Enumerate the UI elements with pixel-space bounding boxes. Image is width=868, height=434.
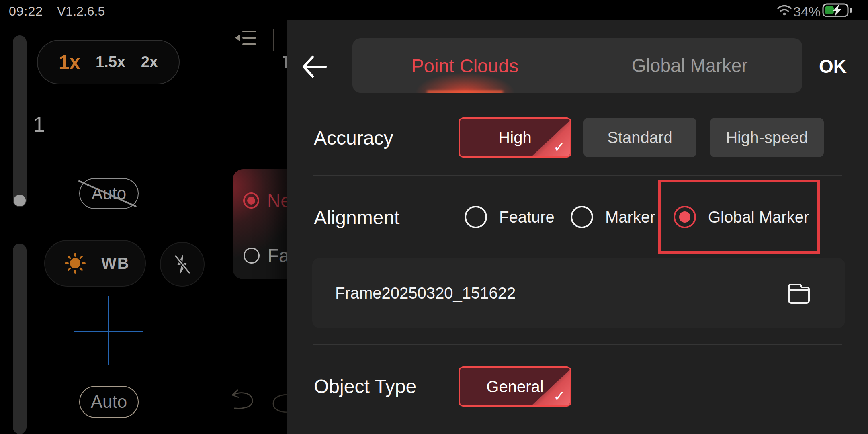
exposure-slider-thumb[interactable] [14, 195, 26, 206]
back-button[interactable] [301, 54, 328, 80]
firmware-version: V1.2.6.5 [57, 4, 105, 19]
global-marker-file-name: Frame20250320_151622 [335, 258, 516, 328]
zoom-option-1-5x[interactable]: 1.5x [96, 53, 125, 71]
tab-global-marker[interactable]: Global Marker [577, 38, 802, 93]
tab-global-marker-label: Global Marker [632, 55, 748, 76]
white-balance-label: WB [101, 254, 130, 272]
section-divider [313, 428, 842, 428]
check-icon: ✓ [553, 388, 565, 405]
section-divider [313, 175, 842, 176]
accuracy-option-standard[interactable]: Standard [583, 118, 696, 157]
exposure-slider[interactable] [13, 35, 27, 207]
zoom-selector: 1x 1.5x 2x [37, 40, 180, 84]
accuracy-label: Accuracy [314, 127, 393, 149]
accuracy-option-high[interactable]: High ✓ [459, 117, 571, 158]
radio-unselected-icon [244, 248, 260, 264]
zoom-option-1x[interactable]: 1x [59, 51, 80, 73]
alignment-radio-marker[interactable]: Marker [571, 206, 655, 228]
folder-icon[interactable] [787, 280, 811, 305]
alignment-radio-feature[interactable]: Feature [465, 206, 555, 228]
flash-off-button[interactable] [160, 242, 205, 287]
collapse-list-icon[interactable] [234, 28, 257, 47]
sun-icon [64, 252, 86, 274]
alignment-feature-label: Feature [499, 208, 555, 226]
global-marker-file-row[interactable]: Frame20250320_151622 [312, 258, 845, 328]
undo-icon[interactable] [230, 387, 256, 413]
check-icon: ✓ [553, 139, 565, 156]
screen: 09:22 V1.2.6.5 34% 1x 1.5x 2x 1 Auto [0, 0, 868, 434]
battery-charging-icon [822, 3, 853, 18]
accuracy-standard-label: Standard [607, 129, 672, 147]
toolbar-divider [273, 29, 274, 51]
accuracy-high-label: High [498, 129, 531, 147]
alignment-label: Alignment [314, 207, 399, 229]
focus-slider[interactable] [13, 244, 27, 434]
object-type-option-general[interactable]: General ✓ [459, 366, 571, 407]
clock: 09:22 [9, 4, 43, 19]
radio-unselected-icon [571, 206, 593, 228]
zoom-option-2x[interactable]: 2x [141, 53, 158, 71]
section-divider [313, 344, 842, 345]
alignment-marker-label: Marker [605, 208, 655, 226]
tab-point-clouds[interactable]: Point Clouds [352, 38, 577, 93]
auto-focus-button[interactable]: Auto [79, 386, 139, 418]
white-balance-button[interactable]: WB [44, 240, 146, 287]
flash-off-icon [172, 252, 193, 276]
radio-unselected-icon [465, 206, 487, 228]
active-tab-glow-line [427, 91, 503, 93]
radio-selected-icon [243, 192, 259, 209]
tab-separator [577, 54, 577, 78]
settings-tabbar: Point Clouds Global Marker [352, 38, 802, 93]
accuracy-high-speed-label: High-speed [726, 129, 808, 147]
object-type-general-label: General [486, 378, 543, 396]
auto-focus-label: Auto [91, 392, 127, 412]
battery-percent: 34% [793, 4, 821, 20]
ok-button[interactable]: OK [819, 55, 851, 77]
exposure-value: 1 [33, 112, 45, 137]
accuracy-option-high-speed[interactable]: High-speed [710, 118, 824, 157]
annotation-highlight-box [658, 180, 820, 254]
focus-crosshair-vertical [108, 296, 109, 365]
wifi-icon [776, 4, 792, 16]
tab-point-clouds-label: Point Clouds [411, 55, 519, 77]
object-type-label: Object Type [314, 375, 416, 397]
